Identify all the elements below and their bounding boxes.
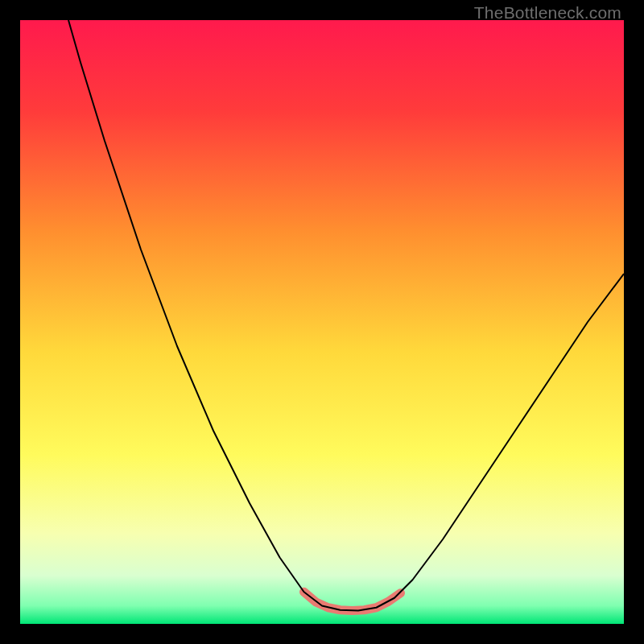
bottleneck-curve <box>68 20 624 611</box>
optimal-zone-highlight <box>304 592 401 610</box>
chart-series-layer <box>20 20 624 624</box>
chart-container <box>20 20 624 624</box>
watermark-label: TheBottleneck.com <box>474 3 621 23</box>
